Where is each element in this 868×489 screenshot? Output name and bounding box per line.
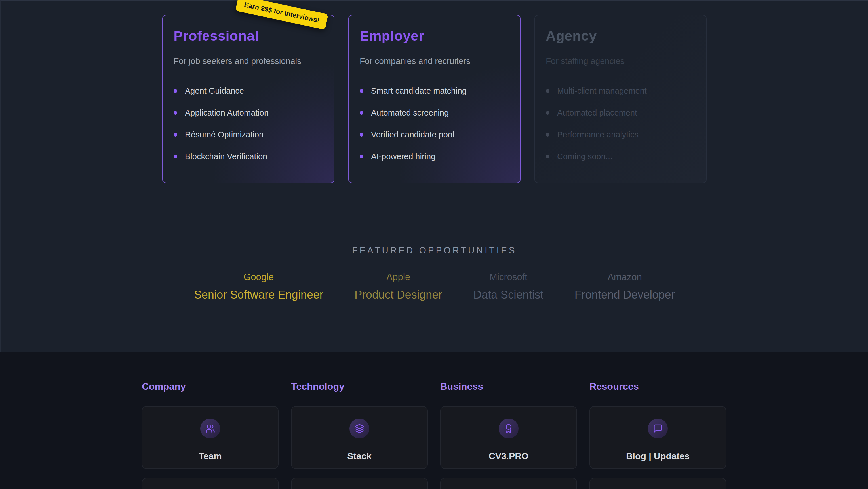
- users-icon: [200, 419, 220, 438]
- footer-card-stack[interactable]: Stack: [291, 406, 428, 469]
- landing-page: Earn $$$ for Interviews! Professional Fo…: [0, 0, 868, 489]
- bullet-dot: [174, 155, 177, 159]
- footer-card-team[interactable]: Team: [142, 406, 279, 469]
- section-spacer: [0, 324, 868, 352]
- layers-icon: [349, 419, 369, 438]
- plans-row: Earn $$$ for Interviews! Professional Fo…: [1, 1, 868, 183]
- award-icon: [499, 419, 519, 438]
- featured-job-microsoft[interactable]: Microsoft Data Scientist: [473, 271, 544, 301]
- featured-job-apple[interactable]: Apple Product Designer: [354, 271, 442, 301]
- feature-label: Application Automation: [185, 108, 269, 117]
- plan-subtitle: For staffing agencies: [546, 56, 695, 66]
- featured-job-google[interactable]: Google Senior Software Engineer: [194, 271, 323, 301]
- feature-label: Verified candidate pool: [371, 130, 454, 139]
- bullet-dot: [546, 111, 550, 115]
- feature-item: Coming soon...: [546, 152, 695, 161]
- bullet-dot: [360, 111, 363, 115]
- bullet-dot: [174, 133, 177, 137]
- plans-section: Earn $$$ for Interviews! Professional Fo…: [0, 0, 868, 211]
- featured-opportunities-section: FEATURED OPPORTUNITIES Google Senior Sof…: [0, 211, 868, 324]
- feature-label: Smart candidate matching: [371, 86, 467, 96]
- footer-grid: Company Team Technology Stack: [0, 381, 868, 489]
- feature-label: Agent Guidance: [185, 86, 244, 96]
- feature-label: Coming soon...: [557, 152, 613, 161]
- bullet-dot: [174, 111, 177, 115]
- feature-label: AI-powered hiring: [371, 152, 435, 161]
- footer-column-heading: Company: [142, 381, 279, 392]
- feature-item: AI-powered hiring: [360, 152, 509, 161]
- bullet-dot: [360, 133, 363, 137]
- plan-features: Smart candidate matching Automated scree…: [360, 86, 509, 161]
- feature-item: Automated placement: [546, 108, 695, 117]
- feature-item: Blockchain Verification: [174, 152, 323, 161]
- featured-heading: FEATURED OPPORTUNITIES: [1, 246, 868, 256]
- footer-card-partial[interactable]: [589, 478, 726, 489]
- feature-item: Performance analytics: [546, 130, 695, 139]
- feature-item: Verified candidate pool: [360, 130, 509, 139]
- plan-features: Multi-client management Automated placem…: [546, 86, 695, 161]
- job-title: Senior Software Engineer: [194, 288, 323, 301]
- footer-card-blog[interactable]: Blog | Updates: [589, 406, 726, 469]
- feature-label: Multi-client management: [557, 86, 647, 96]
- footer-column-resources: Resources Blog | Updates: [589, 381, 726, 489]
- job-company: Amazon: [575, 271, 675, 282]
- feature-item: Application Automation: [174, 108, 323, 117]
- plan-title: Agency: [546, 28, 695, 44]
- footer-card-label: Team: [198, 451, 221, 461]
- bullet-dot: [546, 133, 550, 137]
- plan-title: Professional: [174, 28, 323, 44]
- bullet-dot: [546, 89, 550, 93]
- footer-card-label: Stack: [347, 451, 371, 461]
- feature-label: Automated placement: [557, 108, 637, 117]
- site-footer: Company Team Technology Stack: [0, 352, 868, 489]
- plan-card-professional[interactable]: Earn $$$ for Interviews! Professional Fo…: [162, 15, 335, 183]
- feature-label: Résumé Optimization: [185, 130, 264, 139]
- footer-card-partial[interactable]: [291, 478, 428, 489]
- footer-card-cv3pro[interactable]: CV3.PRO: [440, 406, 577, 469]
- feature-item: Automated screening: [360, 108, 509, 117]
- footer-column-business: Business CV3.PRO: [440, 381, 577, 489]
- feature-item: Smart candidate matching: [360, 86, 509, 96]
- feature-label: Blockchain Verification: [185, 152, 267, 161]
- plan-features: Agent Guidance Application Automation Ré…: [174, 86, 323, 161]
- job-title: Data Scientist: [473, 288, 544, 301]
- feature-item: Agent Guidance: [174, 86, 323, 96]
- feature-label: Automated screening: [371, 108, 449, 117]
- feature-label: Performance analytics: [557, 130, 639, 139]
- feature-item: Résumé Optimization: [174, 130, 323, 139]
- footer-column-heading: Resources: [589, 381, 726, 392]
- plan-subtitle: For companies and recruiters: [360, 56, 509, 66]
- feature-item: Multi-client management: [546, 86, 695, 96]
- job-company: Microsoft: [473, 271, 544, 282]
- job-company: Google: [194, 271, 323, 282]
- footer-column-heading: Technology: [291, 381, 428, 392]
- plan-card-employer[interactable]: Employer For companies and recruiters Sm…: [348, 15, 521, 183]
- job-title: Frontend Developer: [575, 288, 675, 301]
- plan-subtitle: For job seekers and professionals: [174, 56, 323, 66]
- footer-card-label: Blog | Updates: [626, 451, 689, 461]
- footer-card-label: CV3.PRO: [489, 451, 528, 461]
- featured-job-amazon[interactable]: Amazon Frontend Developer: [575, 271, 675, 301]
- message-square-icon: [648, 419, 668, 438]
- earn-badge: Earn $$$ for Interviews!: [236, 0, 328, 30]
- job-company: Apple: [354, 271, 442, 282]
- bullet-dot: [174, 89, 177, 93]
- footer-column-company: Company Team: [142, 381, 279, 489]
- featured-jobs-carousel: Google Senior Software Engineer Apple Pr…: [1, 271, 868, 301]
- footer-column-technology: Technology Stack: [291, 381, 428, 489]
- bullet-dot: [360, 155, 363, 159]
- plan-title: Employer: [360, 28, 509, 44]
- footer-card-partial[interactable]: [142, 478, 279, 489]
- footer-card-partial[interactable]: [440, 478, 577, 489]
- bullet-dot: [360, 89, 363, 93]
- bullet-dot: [546, 155, 550, 159]
- footer-column-heading: Business: [440, 381, 577, 392]
- plan-card-agency: Agency For staffing agencies Multi-clien…: [534, 15, 707, 183]
- job-title: Product Designer: [354, 288, 442, 301]
